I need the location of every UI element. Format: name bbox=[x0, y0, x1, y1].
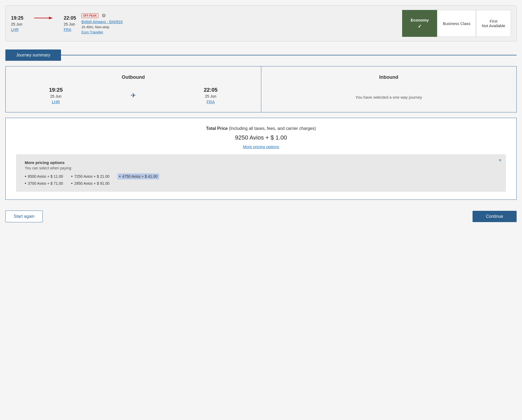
pricing-options-row-2: • 3700 Avios + $ 71.00 • 2950 Avios + $ … bbox=[25, 181, 497, 186]
off-peak-badge: OFF-PEAK bbox=[81, 13, 98, 18]
depart-airport[interactable]: LHR bbox=[11, 27, 23, 32]
outbound-times: 19:25 25 Jun LHR ✈ 22:05 25 Jun FRA bbox=[16, 87, 250, 104]
outbound-arrive-col: 22:05 25 Jun FRA bbox=[204, 87, 217, 104]
pricing-option-1-text: 8500 Avios + $ 11.00 bbox=[28, 174, 63, 179]
airline-arrow bbox=[34, 15, 53, 21]
outbound-depart-airport[interactable]: LHR bbox=[52, 99, 60, 104]
continue-button[interactable]: Continue bbox=[473, 211, 517, 222]
more-pricing-subtitle: You can select when paying bbox=[25, 166, 497, 170]
price-label: Total Price (Including all taxes, fees, … bbox=[16, 126, 506, 131]
price-box: Total Price (Including all taxes, fees, … bbox=[5, 118, 517, 200]
arrive-block: 22:05 25 Jun FRA bbox=[64, 15, 76, 32]
pricing-option-5[interactable]: • 2950 Avios + $ 91.00 bbox=[71, 181, 110, 186]
cabin-economy[interactable]: Economy ✓ bbox=[402, 10, 437, 37]
cabin-first-label: FirstNot Available bbox=[482, 19, 505, 28]
start-again-button[interactable]: Start again bbox=[5, 211, 43, 222]
more-pricing-title: More pricing options bbox=[25, 160, 497, 165]
cabin-business[interactable]: Business Class bbox=[437, 10, 476, 37]
outbound-arrive-time: 22:05 bbox=[204, 87, 217, 93]
arrive-date: 25 Jun bbox=[64, 22, 76, 26]
economy-checkmark: ✓ bbox=[418, 23, 422, 29]
price-label-rest: (Including all taxes, fees, and carrier … bbox=[228, 126, 316, 131]
journey-summary-section: Journey summary Outbound 19:25 25 Jun LH… bbox=[5, 49, 517, 200]
pricing-option-4[interactable]: • 3700 Avios + $ 71.00 bbox=[25, 181, 63, 186]
outbound-title: Outbound bbox=[16, 74, 250, 80]
cabin-business-label: Business Class bbox=[443, 21, 470, 26]
cabin-options: Economy ✓ Business Class FirstNot Availa… bbox=[402, 10, 511, 37]
outbound-depart-date: 25 Jun bbox=[50, 94, 62, 98]
journey-summary-header: Journey summary bbox=[5, 49, 517, 61]
pricing-option-4-text: 3700 Avios + $ 71.00 bbox=[28, 181, 63, 186]
outbound-panel: Outbound 19:25 25 Jun LHR ✈ 22:05 25 Jun… bbox=[6, 66, 261, 112]
pricing-option-2[interactable]: • 7250 Avios + $ 21.00 bbox=[71, 174, 110, 179]
arrive-airport[interactable]: FRA bbox=[64, 27, 76, 32]
inbound-message: You have selected a one way journey bbox=[272, 87, 506, 99]
depart-block: 19:25 25 Jun LHR bbox=[11, 15, 23, 32]
outbound-depart-col: 19:25 25 Jun LHR bbox=[49, 87, 63, 104]
svg-marker-1 bbox=[49, 17, 53, 19]
pricing-options-row-1: • 8500 Avios + $ 11.00 • 7250 Avios + $ … bbox=[25, 173, 497, 179]
gear-icon: ⚙ bbox=[102, 13, 106, 19]
footer-buttons: Start again Continue bbox=[5, 205, 517, 228]
badge-row: OFF-PEAK ⚙ bbox=[81, 13, 397, 19]
cabin-link[interactable]: Euro Traveller bbox=[81, 30, 397, 34]
plane-icon: ✈ bbox=[131, 92, 136, 99]
flight-card: 19:25 25 Jun LHR 22:05 25 Jun FRA OFF-PE… bbox=[5, 5, 517, 41]
more-pricing-link[interactable]: More pricing options bbox=[243, 144, 279, 149]
outbound-arrive-airport[interactable]: FRA bbox=[207, 99, 215, 104]
outbound-depart-time: 19:25 bbox=[49, 87, 63, 93]
outbound-arrive-date: 25 Jun bbox=[205, 94, 216, 98]
price-label-bold: Total Price bbox=[206, 126, 228, 131]
pricing-option-3[interactable]: • 4750 Avios + $ 41.00 bbox=[117, 173, 159, 179]
pricing-options-grid: • 8500 Avios + $ 11.00 • 7250 Avios + $ … bbox=[25, 173, 497, 186]
pricing-option-5-text: 2950 Avios + $ 91.00 bbox=[74, 181, 109, 186]
arrive-time: 22:05 bbox=[64, 15, 76, 21]
pricing-option-3-text: 4750 Avios + $ 41.00 bbox=[122, 174, 158, 179]
airline-link[interactable]: British Airways - BA0916 bbox=[81, 20, 397, 24]
flight-duration: 1h 40m, Non-stop bbox=[81, 25, 397, 29]
more-pricing-box: × More pricing options You can select wh… bbox=[16, 155, 506, 191]
depart-time: 19:25 bbox=[11, 15, 23, 21]
flight-times: 19:25 25 Jun LHR 22:05 25 Jun FRA bbox=[11, 15, 76, 32]
inbound-title: Inbound bbox=[272, 74, 506, 80]
flight-details: OFF-PEAK ⚙ British Airways - BA0916 1h 4… bbox=[81, 13, 397, 34]
pricing-option-1[interactable]: • 8500 Avios + $ 11.00 bbox=[25, 174, 63, 179]
cabin-first[interactable]: FirstNot Available bbox=[476, 10, 511, 37]
pricing-option-2-text: 7250 Avios + $ 21.00 bbox=[74, 174, 109, 179]
journey-summary-tab[interactable]: Journey summary bbox=[5, 49, 61, 61]
plane-col: ✈ bbox=[131, 92, 136, 99]
price-main: 9250 Avios + $ 1.00 bbox=[16, 134, 506, 141]
inbound-panel: Inbound You have selected a one way jour… bbox=[261, 66, 517, 112]
depart-date: 25 Jun bbox=[11, 22, 23, 26]
close-icon[interactable]: × bbox=[499, 158, 502, 163]
journey-summary-line bbox=[61, 55, 517, 55]
ba-arrow-svg bbox=[34, 15, 53, 21]
journey-panels: Outbound 19:25 25 Jun LHR ✈ 22:05 25 Jun… bbox=[5, 66, 517, 112]
cabin-economy-label: Economy bbox=[411, 18, 429, 22]
